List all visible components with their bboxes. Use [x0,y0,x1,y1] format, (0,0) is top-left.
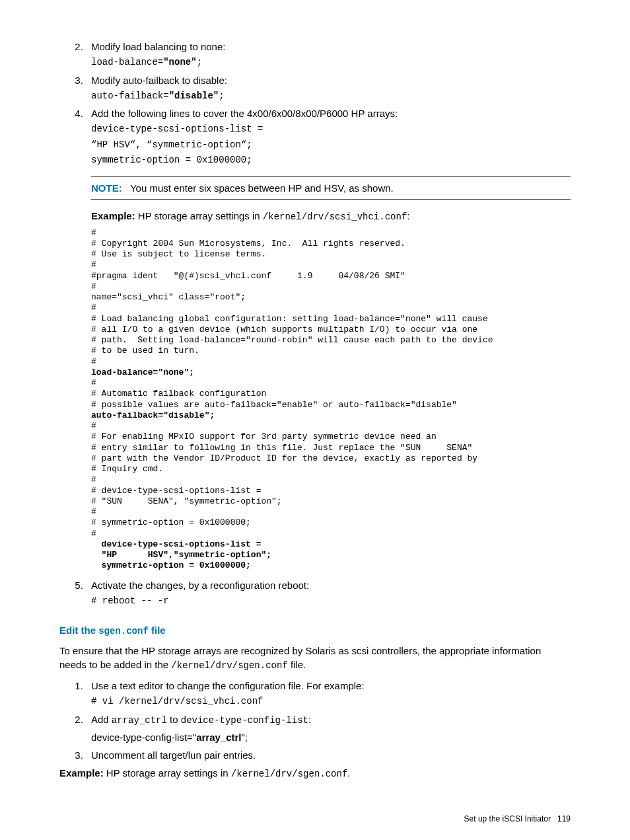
note-block: NOTE: You must enter six spaces between … [91,181,571,195]
ordered-list-1: Modify load balancing to none: load-bala… [59,40,571,167]
step-text: Activate the changes, by a reconfigurati… [91,580,309,591]
page-footer: Set up the iSCSI Initiator 119 [59,814,571,825]
list-item: Activate the changes, by a reconfigurati… [86,578,571,608]
ordered-list-2: Use a text editor to change the configur… [59,679,571,761]
section-heading: Edit the sgen.conf file [59,623,571,638]
step-text: Add the following lines to cover the 4x0… [91,108,398,119]
list-item: Modify auto-failback to disable: auto-fa… [86,73,571,103]
step-text: Modify load balancing to none: [91,41,225,52]
example-line: Example: HP storage array settings in /k… [59,766,571,781]
list-item: Modify load balancing to none: load-bala… [86,40,571,69]
code-line: symmetric-option = 0x1000000; [91,154,571,167]
page-number: 119 [557,814,571,823]
step-text: Use a text editor to change the configur… [91,680,365,691]
list-item: Use a text editor to change the configur… [86,679,571,708]
example-line: Example: HP storage array settings in /k… [91,209,571,224]
divider [91,199,571,200]
config-file-listing: # # Copyright 2004 Sun Microsystems, Inc… [91,228,571,572]
step-text: Modify auto-failback to disable: [91,75,227,86]
step-text: Uncomment all target/lun pair entries. [91,749,256,761]
list-item: Add the following lines to cover the 4x0… [86,106,571,167]
code-line: “HP HSV“, “symmetric-option“; [91,139,571,152]
code-line: # reboot -- -r [91,595,571,608]
divider [91,176,571,177]
list-item: Uncomment all target/lun pair entries. [86,748,571,762]
code-line: device-type-config-list="array_ctrl"; [91,730,571,744]
note-label: NOTE: [91,182,122,194]
list-item: Add array_ctrl to device-type-config-lis… [86,712,571,744]
example-label: Example: [59,767,104,779]
example-label: Example: [91,210,135,221]
code-line: # vi /kernel/drv/scsi_vhci.conf [91,695,571,708]
code-line: auto-failback="disable"; [91,90,571,103]
note-text: You must enter six spaces between HP and… [130,182,394,194]
ordered-list-1-cont: Activate the changes, by a reconfigurati… [59,578,571,608]
code-line: load-balance="none"; [91,56,571,69]
section-paragraph: To ensure that the HP storage arrays are… [59,644,571,673]
code-line: device-type-scsi-options-list = [91,123,571,136]
